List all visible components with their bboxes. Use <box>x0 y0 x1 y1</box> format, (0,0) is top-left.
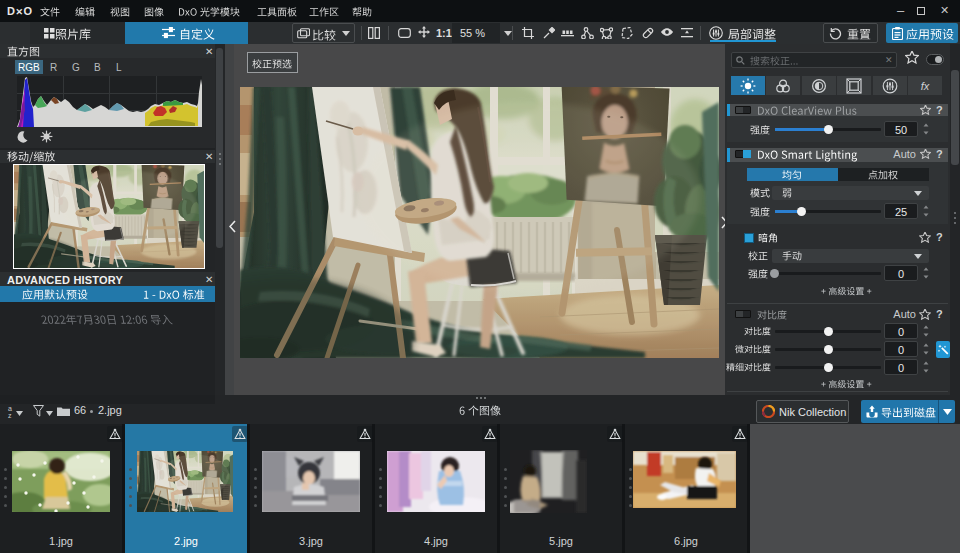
svg-text:fx: fx <box>921 80 930 92</box>
